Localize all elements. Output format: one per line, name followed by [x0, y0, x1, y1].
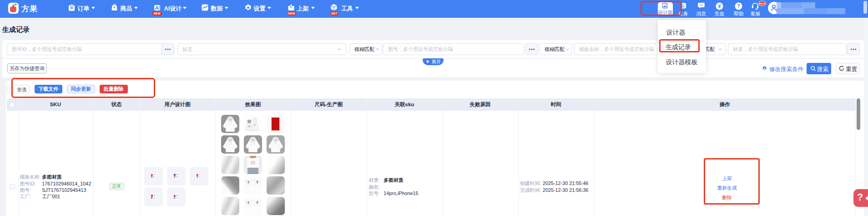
- svg-text:?: ?: [737, 3, 740, 9]
- svg-text:Ai: Ai: [155, 5, 160, 10]
